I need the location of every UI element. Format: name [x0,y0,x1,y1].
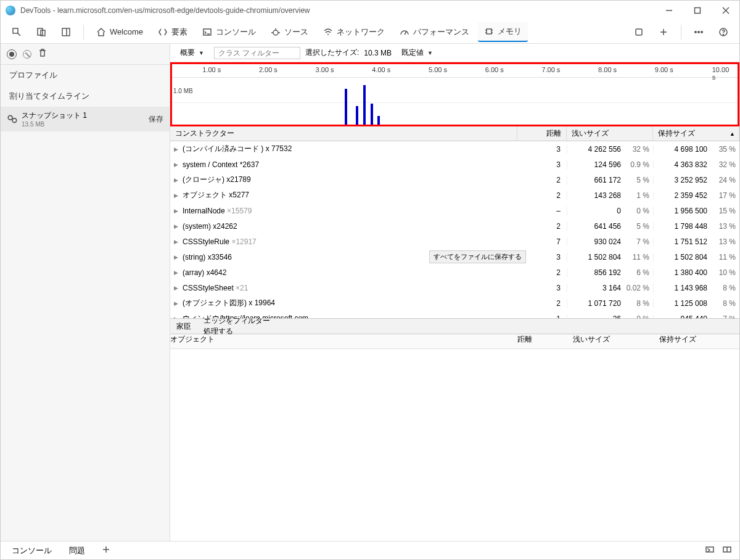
svg-rect-20 [636,29,642,35]
row-name: ウィンドウ/https://learn.microsoft.com [183,313,308,318]
row-retained-pct: 13 % [711,237,736,246]
row-shallow-pct: 0 % [625,207,649,215]
tab-sources[interactable]: ソース [265,23,314,41]
row-distance: 1 [517,315,567,319]
expand-icon[interactable]: ▶ [174,270,180,276]
window-titlebar: DevTools - learn.microsoft.com/en-us/mic… [1,1,739,20]
more-menu-button[interactable] [688,23,710,41]
timeline-tick: 1.00 s [202,66,221,73]
save-all-tooltip[interactable]: すべてをファイルに保存する [429,250,526,263]
device-toggle-button[interactable] [30,23,52,41]
tab-console[interactable]: コンソール [196,23,262,41]
drawer-tab-issues[interactable]: 問題 [65,544,89,558]
tab-overflow-button[interactable] [628,23,650,41]
default-filter-select[interactable]: 既定値 ▼ [397,46,438,59]
drawer-add-tab[interactable] [99,545,113,556]
retainers-title[interactable]: 家臣 [176,321,191,332]
table-row[interactable]: ▶CSSStyleSheet ×2133 1640.02 %1 143 9688… [170,280,739,295]
expand-icon[interactable]: ▶ [174,239,180,245]
table-row[interactable]: ▶InternalNode ×15579–00 %1 956 50015 % [170,203,739,218]
maximize-button[interactable] [689,4,706,17]
row-shallow: 36 [575,315,621,319]
col-retained-size[interactable]: 保持サイズ▲ [653,126,739,141]
devtools-tabs-toolbar: Welcome 要素 コンソール ソース ネットワーク パフォーマンス メモリ [1,20,739,44]
row-distance: 2 [517,299,567,308]
more-icon [694,27,704,37]
row-shallow: 641 456 [575,222,621,231]
drawer-icon-1[interactable] [705,545,715,556]
snapshot-item[interactable]: スナップショット 1 13.5 MB 保存 [1,107,170,131]
retainers-toolbar: 家臣 エッジをフィルター処理する [170,318,739,334]
retainers-filter[interactable]: エッジをフィルター処理する [204,316,275,337]
window-title: DevTools - learn.microsoft.com/en-us/mic… [20,6,660,15]
table-row[interactable]: ▶(array) x46422856 1926 %1 380 40010 % [170,265,739,280]
tab-network-label: ネットワーク [337,27,385,38]
col-shallow-size[interactable]: 浅いサイズ [567,126,653,141]
table-row[interactable]: ▶オブジェクト x52772143 2681 %2 359 45217 % [170,187,739,203]
drawer-tab-console[interactable]: コンソール [8,544,56,558]
dock-side-button[interactable] [55,23,77,41]
expand-icon[interactable]: ▶ [174,208,180,214]
tab-console-label: コンソール [216,27,256,38]
sidebar-profiles-heading[interactable]: プロファイル [1,65,170,86]
help-button[interactable] [712,23,734,41]
expand-icon[interactable]: ▶ [174,300,180,307]
tab-welcome[interactable]: Welcome [90,23,149,41]
sidebar-allocation-timeline[interactable]: 割り当てタイムライン [1,86,170,107]
retainers-table-body[interactable] [170,349,739,541]
svg-point-10 [273,30,278,35]
window-controls [660,4,734,17]
timeline-gridline [172,102,738,103]
chip-icon [484,27,494,36]
expand-icon[interactable]: ▶ [174,192,180,199]
table-row[interactable]: ▶(コンパイル済みコード ) x 7753234 262 55632 %4 69… [170,141,739,157]
table-row[interactable]: ▶system / Context *26373124 5960.9 %4 36… [170,157,739,172]
allocation-timeline-overview[interactable]: 1.00 s2.00 s3.00 s4.00 s5.00 s6.00 s7.00… [170,62,739,126]
expand-icon[interactable]: ▶ [174,285,180,291]
table-row[interactable]: ▶(オブジェクト図形) x 1996421 071 7208 %1 125 00… [170,295,739,311]
expand-icon[interactable]: ▶ [174,177,180,183]
tab-elements[interactable]: 要素 [152,23,194,41]
expand-icon[interactable]: ▶ [174,316,180,319]
table-row[interactable]: ▶ウィンドウ/https://learn.microsoft.com1360 %… [170,311,739,318]
col-constructor[interactable]: コンストラクター [170,126,517,141]
close-button[interactable] [717,4,734,17]
constructor-table-body[interactable]: ▶(コンパイル済みコード ) x 7753234 262 55632 %4 69… [170,141,739,318]
minimize-button[interactable] [660,4,678,17]
table-row[interactable]: ▶CSSStyleRule ×129177930 0247 %1 751 512… [170,234,739,249]
tab-performance[interactable]: パフォーマンス [393,23,475,41]
col-distance[interactable]: 距離 [517,126,567,141]
ret-col-retained[interactable]: 保持サイズ [653,334,739,348]
default-filter-label: 既定値 [401,47,424,58]
row-retained-pct: 35 % [711,145,736,154]
expand-icon[interactable]: ▶ [174,162,180,168]
expand-icon[interactable]: ▶ [174,254,180,260]
row-shallow-pct: 7 % [625,237,649,246]
clear-button[interactable] [23,50,31,59]
drawer-icon-2[interactable] [722,545,732,556]
row-distance: 2 [517,268,567,277]
svg-rect-5 [38,28,43,35]
view-select-label: 概要 [180,47,195,58]
row-name: (system) x24262 [183,222,237,231]
row-shallow-pct: 0.02 % [625,284,649,292]
tab-memory[interactable]: メモリ [478,22,528,42]
delete-button[interactable] [38,48,47,60]
expand-icon[interactable]: ▶ [174,223,180,229]
table-row[interactable]: ▶(クロージャ) x217892661 1725 %3 252 95224 % [170,172,739,187]
snapshot-save-link[interactable]: 保存 [149,114,163,125]
svg-point-28 [8,115,12,120]
ret-col-distance[interactable]: 距離 [517,334,567,348]
view-select[interactable]: 概要 ▼ [175,46,209,59]
svg-rect-32 [706,547,713,552]
expand-icon[interactable]: ▶ [174,146,180,152]
ret-col-shallow[interactable]: 浅いサイズ [567,334,653,348]
table-row[interactable]: ▶(system) x242622641 4565 %1 798 44813 % [170,218,739,234]
record-button[interactable] [7,49,17,59]
ret-col-object[interactable]: オブジェクト [170,334,517,348]
tab-network[interactable]: ネットワーク [317,23,391,41]
class-filter-input[interactable] [214,47,300,59]
add-tab-button[interactable] [652,23,675,41]
inspect-element-button[interactable] [6,23,28,41]
tab-sources-label: ソース [284,27,308,38]
